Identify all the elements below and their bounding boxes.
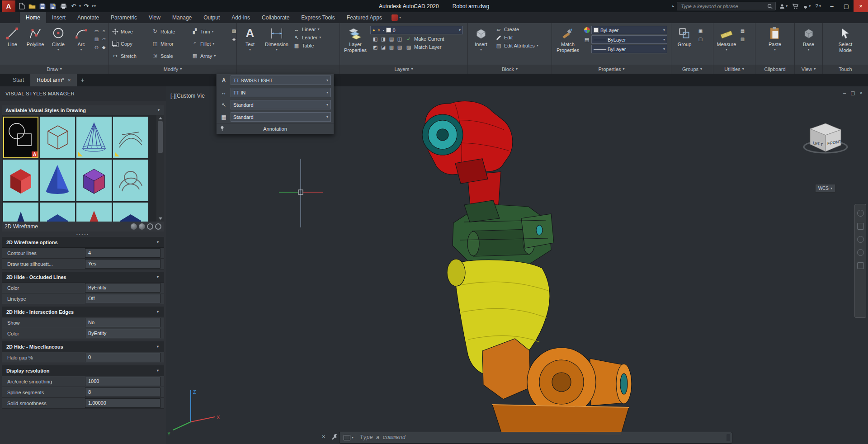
property-value[interactable]: ByEntity: [85, 283, 160, 293]
scrollbar-thumb[interactable]: [158, 121, 163, 153]
quick-calc-icon[interactable]: ▦: [739, 27, 746, 35]
property-value[interactable]: Off: [85, 294, 160, 303]
fillet-button[interactable]: ◜Fillet▾: [190, 38, 230, 50]
style-thumb-shaded-edges[interactable]: [76, 160, 112, 201]
panel-label-groups[interactable]: Groups▾: [671, 65, 713, 74]
layer-tool-icon[interactable]: ◩: [372, 43, 379, 51]
minimize-button[interactable]: –: [825, 0, 839, 12]
tab-annotate[interactable]: Annotate: [71, 12, 105, 23]
zoom-icon[interactable]: [857, 236, 864, 243]
dimension-button[interactable]: Dimension ▾: [263, 24, 291, 65]
properties-list-icon[interactable]: ▤: [583, 36, 590, 43]
circle-button[interactable]: Circle ▾: [47, 24, 70, 65]
group-header-intersection-edges[interactable]: 2D Hide - Intersection Edges▾: [2, 307, 164, 317]
style-tool-ring-icon[interactable]: [147, 223, 153, 230]
pin-icon[interactable]: [220, 126, 225, 132]
tab-parametric[interactable]: Parametric: [105, 12, 143, 23]
donut-tool-icon[interactable]: ◎: [93, 43, 100, 51]
group-header-display-resolution[interactable]: Display resolution▾: [2, 365, 164, 376]
fillet-caret-icon[interactable]: ▾: [212, 42, 214, 46]
tab-collaborate[interactable]: Collaborate: [256, 12, 295, 23]
mleader-style-dropdown[interactable]: Standard▾: [231, 100, 331, 109]
measure-caret-icon[interactable]: ▾: [726, 48, 727, 52]
plot-icon[interactable]: [58, 1, 68, 11]
dim-style-dropdown[interactable]: TT IN▾: [231, 88, 331, 97]
layer-tool-icon[interactable]: ◪: [380, 43, 387, 51]
panel-label-clipboard[interactable]: Clipboard: [755, 65, 794, 74]
measure-button[interactable]: Measure ▾: [715, 24, 738, 65]
tab-insert[interactable]: Insert: [46, 12, 71, 23]
linear-button[interactable]: ↔Linear▾: [292, 26, 335, 33]
ellipse-tool-icon[interactable]: ○: [100, 27, 107, 35]
layer-select-dropdown[interactable]: ● ☀ ▪ 0 ▾: [370, 26, 463, 34]
redo-caret-icon[interactable]: ▾: [92, 5, 94, 8]
tab-output[interactable]: Output: [198, 12, 226, 23]
polyline-button[interactable]: Polyline: [24, 24, 47, 65]
edit-block-button[interactable]: Edit: [494, 34, 547, 41]
property-value[interactable]: No: [85, 318, 160, 327]
edit-attributes-button[interactable]: ▤Edit Attributes▾: [494, 42, 547, 49]
viewport-controls-label[interactable]: [-][Custom Vie: [170, 93, 205, 99]
style-thumb-hidden[interactable]: [76, 117, 112, 158]
robot-arm-model[interactable]: [422, 101, 632, 435]
erase-icon[interactable]: ▨: [231, 27, 237, 35]
leader-button[interactable]: ↖Leader▾: [292, 34, 335, 41]
base-button[interactable]: Base ▾: [797, 24, 821, 65]
viewcube[interactable]: LEFT FRONT: [797, 118, 855, 168]
move-button[interactable]: Move: [110, 25, 150, 38]
dimension-caret-icon[interactable]: ▾: [276, 48, 278, 52]
linear-caret-icon[interactable]: ▾: [318, 28, 320, 31]
property-value[interactable]: 0: [85, 353, 160, 362]
redo-icon[interactable]: ↷: [81, 1, 91, 11]
paste-button[interactable]: Paste ▾: [763, 24, 787, 65]
showmotion-icon[interactable]: [857, 262, 864, 269]
undo-icon[interactable]: ↶: [69, 1, 79, 11]
new-drawing-tab-button[interactable]: +: [77, 74, 88, 86]
style-tool-ring-icon[interactable]: [155, 223, 161, 230]
style-thumb-partial[interactable]: [3, 203, 38, 222]
autocad-logo[interactable]: A: [2, 0, 15, 12]
group-collapse-icon[interactable]: ▾: [157, 310, 159, 314]
text-caret-icon[interactable]: ▾: [249, 48, 251, 52]
stretch-button[interactable]: ↦Stretch: [110, 50, 150, 62]
paste-caret-icon[interactable]: ▾: [774, 48, 776, 52]
pan-icon[interactable]: [857, 223, 864, 230]
scale-button[interactable]: ⇲Scale: [150, 50, 190, 62]
style-thumb-sketchy[interactable]: [113, 117, 148, 158]
property-value[interactable]: 1.00000: [85, 398, 160, 408]
interop-icon[interactable]: [392, 14, 398, 21]
create-block-button[interactable]: ▱Create: [494, 26, 547, 33]
layer-tool-icon[interactable]: ◧: [372, 35, 379, 43]
command-close-icon[interactable]: ×: [322, 433, 326, 440]
search-box[interactable]: [677, 2, 776, 10]
scroll-up-icon[interactable]: [159, 117, 162, 119]
edit-attributes-caret-icon[interactable]: ▾: [537, 44, 538, 47]
copy-button[interactable]: Copy: [110, 38, 150, 50]
array-button[interactable]: ▦Array▾: [190, 50, 230, 62]
trim-caret-icon[interactable]: ▾: [212, 30, 214, 33]
group-collapse-icon[interactable]: ▾: [157, 345, 159, 349]
explode-icon[interactable]: ◈: [231, 35, 237, 43]
navigation-bar[interactable]: [854, 204, 866, 318]
command-input[interactable]: [356, 434, 726, 441]
make-current-button[interactable]: Make Current: [414, 36, 444, 42]
command-recent-caret-icon[interactable]: ▾: [352, 436, 354, 439]
ribbon-options-caret-icon[interactable]: ▾: [399, 16, 401, 19]
point-tool-icon[interactable]: ◆: [100, 43, 107, 51]
color-wheel-icon[interactable]: [583, 27, 590, 34]
group-collapse-icon[interactable]: ▾: [157, 275, 159, 279]
drawing-viewport[interactable]: [-][Custom Vie – ▢ ×: [166, 86, 868, 444]
mirror-button[interactable]: ◫Mirror: [150, 38, 190, 50]
drawing-restore-icon[interactable]: ▢: [850, 90, 855, 96]
model-space[interactable]: Z X Y: [166, 86, 868, 444]
property-value[interactable]: Yes: [85, 259, 160, 269]
tab-manage[interactable]: Manage: [166, 12, 198, 23]
match-properties-button[interactable]: Match Properties: [553, 24, 582, 65]
open-file-icon[interactable]: [27, 1, 37, 11]
panel-label-properties[interactable]: Properties▾: [552, 65, 671, 74]
file-tab-close-icon[interactable]: ×: [68, 77, 71, 83]
lineweight-dropdown[interactable]: ———ByLayer▾: [591, 35, 667, 44]
available-styles-header[interactable]: Available Visual Styles in Drawing▾: [2, 105, 164, 115]
save-as-icon[interactable]: [48, 1, 58, 11]
qat-customize-caret-icon[interactable]: ▾: [94, 5, 96, 8]
